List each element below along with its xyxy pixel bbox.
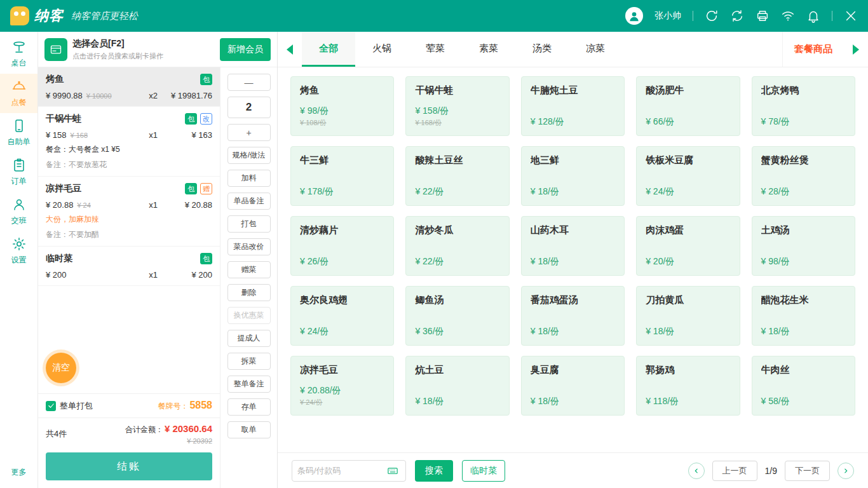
menu-item-name: 地三鲜 — [531, 154, 615, 166]
order-item-liangban-maodou[interactable]: 凉拌毛豆 包 赠 ¥ 20.88 ¥ 24 x1 ¥ 20.88 — [38, 177, 220, 247]
chevron-left-icon[interactable] — [688, 463, 705, 479]
user-avatar[interactable] — [625, 7, 643, 25]
sidebar-item-orders[interactable]: 订单 — [0, 152, 37, 192]
action-save-order-button[interactable]: 存单 — [227, 398, 271, 416]
menu-section: 全部 火锅 荤菜 素菜 汤类 凉菜 套餐商品 烤鱼 ¥ 98/份 ¥ 108/份 — [278, 32, 868, 488]
menu-item-card[interactable]: 铁板米豆腐 ¥ 24/份 — [636, 146, 740, 206]
sidebar-item-order-dishes[interactable]: 点餐 — [0, 74, 37, 113]
menu-item-card[interactable]: 番茄鸡蛋汤 ¥ 18/份 — [521, 286, 625, 346]
combo-products-tab[interactable]: 套餐商品 — [782, 32, 844, 67]
menu-item-card[interactable]: 奥尔良鸡翅 ¥ 24/份 — [290, 286, 394, 346]
order-panel: 选择会员[F2] 点击进行会员搜索或刷卡操作 新增会员 烤鱼 包 — [38, 32, 278, 488]
menu-item-card[interactable]: 牛肉丝 ¥ 58/份 — [752, 356, 855, 416]
member-card-icon[interactable] — [44, 38, 67, 61]
menu-item-card[interactable]: 炕土豆 ¥ 18/份 — [405, 356, 509, 416]
item-actions-panel: — 2 + 规格/做法 加料 单品备注 打包 菜品改价 赠菜 删除 换优惠菜 提… — [220, 67, 277, 488]
sidebar-item-self-order[interactable]: 自助单 — [0, 113, 37, 152]
menu-item-card[interactable]: 刀拍黄瓜 ¥ 18/份 — [636, 286, 740, 346]
sidebar-item-settings[interactable]: 设置 — [0, 231, 37, 271]
action-topping-button[interactable]: 加料 — [227, 170, 271, 187]
sidebar-item-more[interactable]: 更多 — [0, 444, 37, 483]
menu-item-card[interactable]: 清炒藕片 ¥ 26/份 — [290, 216, 394, 276]
menu-item-name: 烤鱼 — [300, 85, 384, 97]
add-member-button[interactable]: 新增会员 — [220, 38, 271, 61]
menu-item-price: ¥ 18/份 — [531, 186, 615, 198]
menu-item-card[interactable]: 土鸡汤 ¥ 98/份 — [752, 216, 855, 276]
menu-item-price: ¥ 24/份 — [646, 186, 730, 198]
scan-code-input[interactable] — [297, 466, 381, 475]
menu-item-card[interactable]: 郭扬鸡 ¥ 118/份 — [636, 356, 740, 416]
menu-item-card[interactable]: 凉拌毛豆 ¥ 20.88/份 ¥ 24/份 — [290, 356, 394, 416]
menu-item-card[interactable]: 臭豆腐 ¥ 18/份 — [521, 356, 625, 416]
sidebar-item-label: 订单 — [11, 176, 27, 187]
menu-item-card[interactable]: 蟹黄粉丝煲 ¥ 28/份 — [752, 146, 855, 206]
menu-item-card[interactable]: 牛腩炖土豆 ¥ 128/份 — [521, 76, 625, 136]
menu-item-card[interactable]: 地三鲜 ¥ 18/份 — [521, 146, 625, 206]
sync-icon[interactable] — [705, 9, 719, 23]
pack-all-label[interactable]: 整单打包 — [60, 400, 93, 412]
menu-item-price: ¥ 18/份 — [646, 326, 730, 337]
menu-item-card[interactable]: 烤鱼 ¥ 98/份 ¥ 108/份 — [290, 76, 394, 136]
badges: 包 — [200, 253, 212, 264]
menu-item-card[interactable]: 清炒冬瓜 ¥ 22/份 — [405, 216, 509, 276]
clear-order-button[interactable]: 清空 — [46, 353, 76, 383]
category-tab-hotpot[interactable]: 火锅 — [355, 32, 409, 67]
total-value: ¥ 20360.64 — [165, 423, 212, 434]
main-row: 桌台 点餐 自助单 订单 交班 设置 — [0, 32, 868, 488]
menu-item-card[interactable]: 北京烤鸭 ¥ 78/份 — [752, 76, 855, 136]
action-pack-button[interactable]: 打包 — [227, 215, 271, 233]
dish-original-price: ¥ 10000 — [86, 92, 112, 100]
action-spec-button[interactable]: 规格/做法 — [227, 147, 271, 164]
menu-item-card[interactable]: 肉沫鸡蛋 ¥ 20/份 — [636, 216, 740, 276]
action-split-dish-button[interactable]: 拆菜 — [227, 353, 271, 370]
refresh-icon[interactable] — [730, 9, 744, 23]
order-items-list: 烤鱼 包 ¥ 9990.88 ¥ 10000 x2 ¥ 19981.76 — [38, 67, 220, 393]
checkout-button[interactable]: 结账 — [46, 452, 212, 480]
chevron-right-icon[interactable] — [837, 463, 854, 479]
order-item-kaoyu[interactable]: 烤鱼 包 ¥ 9990.88 ¥ 10000 x2 ¥ 19981.76 — [38, 67, 220, 107]
pack-all-checkbox[interactable] — [46, 401, 56, 411]
category-tab-vegetable[interactable]: 素菜 — [462, 32, 515, 67]
temp-dish-button[interactable]: 临时菜 — [462, 460, 505, 482]
member-texts[interactable]: 选择会员[F2] 点击进行会员搜索或刷卡操作 — [72, 38, 163, 61]
sidebar-item-tables[interactable]: 桌台 — [0, 34, 37, 74]
menu-item-card[interactable]: 酸汤肥牛 ¥ 66/份 — [636, 76, 740, 136]
keyboard-icon[interactable] — [385, 465, 400, 477]
wifi-icon[interactable] — [781, 9, 795, 23]
menu-item-price: ¥ 98/份 — [300, 105, 384, 117]
qty-decrease-button[interactable]: — — [227, 74, 271, 91]
menu-item-card[interactable]: 酸辣土豆丝 ¥ 22/份 — [405, 146, 509, 206]
dish-name: 烤鱼 — [46, 74, 64, 85]
bell-icon[interactable] — [806, 9, 820, 23]
category-scroll-left-button[interactable] — [278, 32, 302, 67]
action-gift-button[interactable]: 赠菜 — [227, 261, 271, 278]
menu-item-card[interactable]: 鲫鱼汤 ¥ 36/份 — [405, 286, 509, 346]
order-item-ganguo-niuwa[interactable]: 干锅牛蛙 包 改 ¥ 158 ¥ 168 x1 ¥ 163 — [38, 107, 220, 177]
action-commission-button[interactable]: 提成人 — [227, 330, 271, 347]
menu-item-card[interactable]: 干锅牛蛙 ¥ 158/份 ¥ 168/份 — [405, 76, 509, 136]
category-tab-all[interactable]: 全部 — [302, 32, 355, 67]
category-tab-cold[interactable]: 凉菜 — [569, 32, 622, 67]
menu-item-card[interactable]: 牛三鲜 ¥ 178/份 — [290, 146, 394, 206]
action-change-price-button[interactable]: 菜品改价 — [227, 238, 271, 255]
menu-item-card[interactable]: 山药木耳 ¥ 18/份 — [521, 216, 625, 276]
category-scroll-right-button[interactable] — [844, 32, 868, 67]
menu-item-card[interactable]: 醋泡花生米 ¥ 18/份 — [752, 286, 855, 346]
sidebar-item-shift[interactable]: 交班 — [0, 192, 37, 231]
category-tab-meat[interactable]: 荤菜 — [409, 32, 462, 67]
close-icon[interactable] — [844, 9, 858, 23]
action-order-note-button[interactable]: 整单备注 — [227, 376, 271, 393]
action-swap-promo-button[interactable]: 换优惠菜 — [227, 307, 271, 324]
menu-item-price: ¥ 158/份 — [415, 105, 499, 117]
qty-increase-button[interactable]: + — [227, 124, 271, 141]
prev-page-button[interactable]: 上一页 — [712, 461, 757, 481]
next-page-button[interactable]: 下一页 — [785, 461, 830, 481]
order-item-linshicai[interactable]: 临时菜 包 ¥ 200 x1 ¥ 200 — [38, 247, 220, 286]
printer-icon[interactable] — [756, 9, 770, 23]
menu-item-name: 牛三鲜 — [300, 154, 384, 166]
action-item-note-button[interactable]: 单品备注 — [227, 193, 271, 210]
search-button[interactable]: 搜索 — [415, 460, 453, 482]
action-retrieve-order-button[interactable]: 取单 — [227, 421, 271, 438]
action-delete-button[interactable]: 删除 — [227, 284, 271, 301]
category-tab-soup[interactable]: 汤类 — [515, 32, 569, 67]
